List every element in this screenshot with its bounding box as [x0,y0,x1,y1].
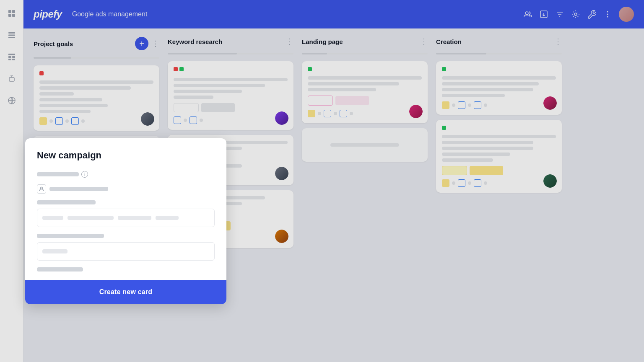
info-icon[interactable]: i [81,171,88,178]
chip4 [156,216,179,220]
modal-field-label-1 [37,172,79,176]
modal-footer: Create new card [25,280,226,304]
assignee-icon [37,184,46,194]
modal-body: New campaign i [25,138,226,280]
create-new-card-button[interactable]: Create new card [37,288,215,296]
modal-assignee-placeholder [49,187,108,191]
chip2 [68,216,114,220]
modal-bottom-label [37,267,83,272]
chip1 [42,216,63,220]
input-placeholder [42,216,179,220]
modal-field-label-row-1: i [37,171,215,178]
modal-field-group-1: i [37,171,215,178]
modal-title: New campaign [37,150,215,161]
input-chip-2 [42,249,68,253]
modal-field-group-3 [37,234,215,261]
new-card-modal: New campaign i [25,138,226,304]
modal-input-field-3[interactable] [37,242,215,261]
modal-assignee-row [37,184,215,194]
modal-label-2 [37,200,96,204]
chip3 [118,216,151,220]
modal-input-field-2[interactable] [37,209,215,227]
modal-label-3 [37,234,104,238]
modal-field-group-2 [37,200,215,227]
